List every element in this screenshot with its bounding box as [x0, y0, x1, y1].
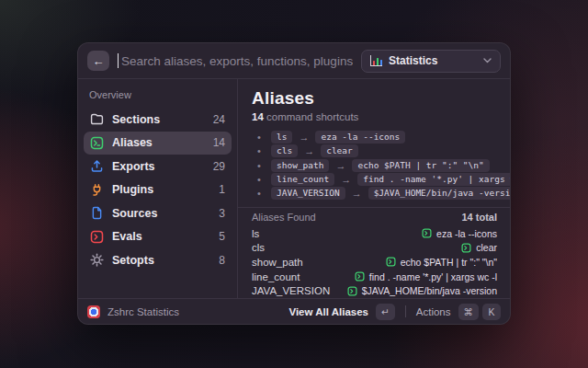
aliases-found-label: Aliases Found — [252, 212, 461, 223]
upload-icon — [90, 159, 104, 173]
terminal-icon — [355, 271, 365, 282]
app-name: Zshrc Statistics — [107, 306, 281, 317]
document-icon — [90, 206, 104, 220]
alias-command: eza -la --icons — [422, 228, 497, 239]
alias-bullet-row: • cls → clear — [252, 144, 497, 157]
folder-icon — [90, 112, 104, 126]
sidebar-item-label: Setopts — [112, 254, 210, 267]
terminal-icon — [90, 230, 104, 244]
footer-divider — [405, 305, 406, 317]
sidebar-item-count: 3 — [219, 207, 225, 220]
alias-command-text: eza -la --icons — [436, 228, 497, 239]
alias-bullet-row: • JAVA_VERSION → $JAVA_HOME/bin/java -ve… — [252, 187, 497, 201]
alias-command-chip: $JAVA_HOME/bin/java -version — [368, 187, 511, 200]
arrow-icon: → — [341, 174, 351, 185]
alias-command-chip: eza -la --icons — [315, 131, 405, 144]
alias-name: show_path — [252, 257, 386, 268]
sidebar-item-label: Plugins — [112, 183, 210, 196]
alias-command-text: echo $PATH | tr ":" "\n" — [401, 257, 497, 268]
alias-name-chip: cls — [271, 144, 298, 157]
alias-name: JAVA_VERSION — [252, 285, 347, 296]
actions-button[interactable]: Actions — [416, 306, 451, 317]
page-subtitle: 14 command shortcuts — [252, 111, 497, 122]
sidebar-item-label: Evals — [112, 230, 210, 243]
k-key-badge[interactable]: K — [482, 304, 501, 320]
detail-panel: Aliases 14 command shortcuts • ls → eza … — [238, 79, 510, 298]
arrow-icon: → — [304, 145, 314, 156]
arrow-icon: → — [299, 132, 309, 143]
page-title: Aliases — [252, 88, 497, 109]
alias-command-chip: find . -name '*.py' | xargs wc -l — [357, 173, 511, 186]
terminal-icon — [461, 243, 471, 253]
alias-name-chip: JAVA_VERSION — [271, 187, 345, 200]
alias-command: find . -name '*.py' | xargs wc -l — [355, 271, 497, 282]
back-button[interactable]: ← — [87, 51, 109, 71]
alias-name-chip: ls — [271, 131, 292, 144]
dropdown-label: Statistics — [389, 54, 477, 67]
sidebar-item-evals[interactable]: Evals 5 — [84, 225, 232, 249]
alias-name: ls — [252, 228, 422, 239]
subtitle-count: 14 — [252, 111, 264, 122]
sidebar-item-count: 29 — [213, 160, 225, 173]
alias-table-row[interactable]: ls eza -la --icons — [252, 226, 497, 241]
statistics-dropdown[interactable]: Statistics — [361, 50, 501, 73]
subtitle-text: command shortcuts — [266, 111, 358, 122]
terminal-icon — [386, 257, 396, 267]
alias-table-row[interactable]: cls clear — [252, 241, 497, 256]
bullet-icon: • — [257, 174, 265, 185]
sidebar-item-exports[interactable]: Exports 29 — [84, 155, 232, 178]
sidebar-item-count: 24 — [213, 113, 225, 126]
terminal-icon — [422, 228, 432, 238]
alias-bullet-row: • ls → eza -la --icons — [252, 130, 497, 144]
alias-name: line_count — [252, 271, 355, 282]
sidebar-item-plugins[interactable]: Plugins 1 — [84, 178, 232, 202]
sidebar-item-count: 5 — [219, 230, 225, 243]
alias-table-row[interactable]: show_path echo $PATH | tr ":" "\n" — [252, 255, 497, 270]
alias-name-chip: line_count — [271, 173, 334, 186]
alias-command-text: $JAVA_HOME/bin/java -version — [362, 285, 497, 296]
raycast-window: ← Statistics Overview — [77, 42, 511, 325]
sidebar-item-label: Sections — [112, 113, 205, 126]
cmd-key-badge[interactable]: ⌘ — [458, 304, 480, 320]
alias-bullet-row: • show_path → echo $PATH | tr ":" "\n" — [252, 158, 497, 172]
return-key-badge[interactable]: ↵ — [376, 304, 395, 320]
sidebar-item-count: 1 — [219, 183, 225, 196]
alias-command-chip: echo $PATH | tr ":" "\n" — [352, 159, 489, 172]
zshrc-app-icon — [87, 305, 100, 318]
bullet-icon: • — [257, 160, 265, 171]
alias-command: clear — [461, 242, 497, 253]
chevron-down-icon — [483, 58, 492, 63]
alias-command-chip: clear — [321, 144, 358, 157]
alias-table-row[interactable]: JAVA_VERSION $JAVA_HOME/bin/java -versio… — [252, 283, 497, 298]
sidebar-item-aliases[interactable]: Aliases 14 — [84, 132, 232, 155]
terminal-icon — [347, 286, 357, 296]
sidebar-item-count: 8 — [219, 254, 225, 267]
sidebar-section-label: Overview — [84, 87, 232, 108]
bar-chart-icon — [370, 55, 382, 66]
search-header: ← Statistics — [78, 43, 510, 79]
window-body: Overview Sections 24 Aliases 14 — [78, 79, 510, 298]
alias-name: cls — [252, 242, 461, 253]
status-bar: Zshrc Statistics View All Aliases ↵ Acti… — [78, 298, 510, 324]
sidebar: Overview Sections 24 Aliases 14 — [78, 79, 238, 298]
alias-name-chip: show_path — [271, 159, 329, 172]
sidebar-item-setopts[interactable]: Setopts 8 — [84, 248, 232, 272]
aliases-found-header: Aliases Found 14 total — [252, 208, 497, 226]
alias-command-text: find . -name '*.py' | xargs wc -l — [369, 271, 497, 282]
gear-icon — [90, 253, 104, 267]
view-all-aliases-button[interactable]: View All Aliases — [288, 306, 368, 317]
sidebar-item-count: 14 — [213, 136, 225, 149]
alias-table-row[interactable]: line_count find . -name '*.py' | xargs w… — [252, 270, 497, 284]
sidebar-item-sections[interactable]: Sections 24 — [84, 108, 232, 132]
search-input[interactable] — [121, 54, 353, 68]
desktop-wallpaper: ← Statistics Overview — [0, 0, 588, 368]
sidebar-item-sources[interactable]: Sources 3 — [84, 201, 232, 225]
back-arrow-icon: ← — [93, 54, 105, 68]
aliases-found-total: 14 total — [461, 212, 497, 223]
bullet-icon: • — [257, 188, 265, 199]
alias-command-text: clear — [476, 242, 497, 253]
alias-bullet-row: • line_count → find . -name '*.py' | xar… — [252, 172, 497, 186]
sidebar-item-label: Sources — [112, 207, 210, 220]
arrow-icon: → — [335, 160, 345, 171]
plug-icon — [90, 183, 104, 197]
